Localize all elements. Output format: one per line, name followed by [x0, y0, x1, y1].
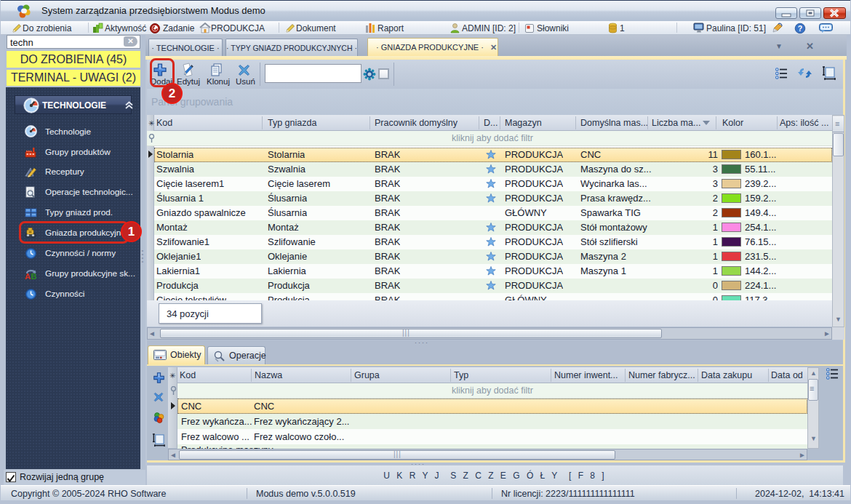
svg-text:?: ? — [798, 24, 802, 33]
svg-text:B: B — [31, 272, 37, 280]
svg-text:A: A — [25, 272, 31, 280]
